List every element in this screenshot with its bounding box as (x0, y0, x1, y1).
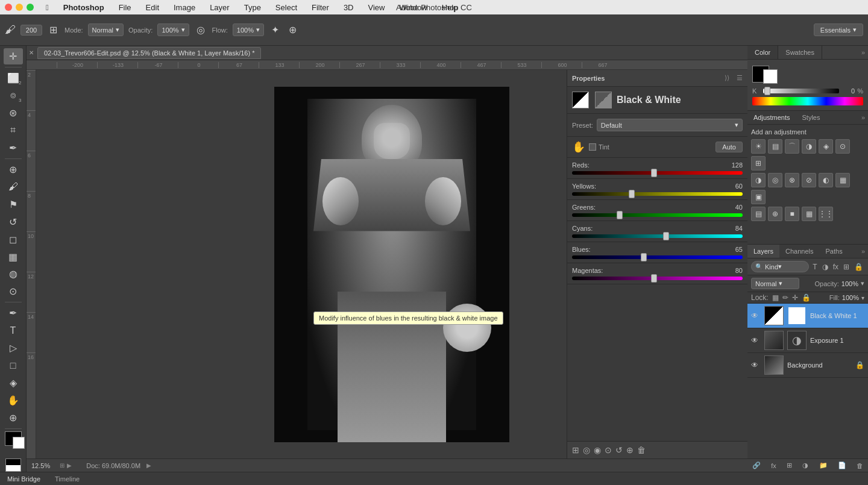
menu-layer[interactable]: Layer (207, 3, 232, 12)
layers-panel-expand-icon[interactable]: » (858, 245, 868, 258)
stamp-tool[interactable]: ⚑ (4, 196, 23, 213)
filter-adj-icon[interactable]: ◑ (821, 261, 829, 272)
channel-slider-1[interactable] (572, 192, 743, 196)
adj-panel-expand-icon[interactable]: » (858, 111, 868, 124)
crop-tool[interactable]: ⌗ (4, 122, 23, 139)
menu-edit[interactable]: Edit (143, 3, 162, 12)
clip-icon[interactable]: ⊞ (572, 445, 579, 455)
link-layers-icon[interactable]: 🔗 (752, 462, 761, 469)
channel-mixer-icon[interactable]: ⊗ (785, 173, 799, 187)
filter-type-icon[interactable]: T (811, 261, 818, 272)
menu-view[interactable]: View (366, 3, 388, 12)
layer-item-background[interactable]: 👁 Background 🔒 (747, 353, 868, 378)
airbrush-button[interactable]: ◎ (194, 22, 207, 38)
visibility-icon[interactable]: ◉ (594, 445, 601, 455)
hand-icon[interactable]: ✋ (572, 140, 585, 154)
text-tool[interactable]: T (4, 322, 23, 339)
reset-icon[interactable]: ↺ (615, 445, 623, 455)
menu-3d[interactable]: 3D (341, 3, 356, 12)
channel-slider-5[interactable] (572, 277, 743, 280)
menu-filter[interactable]: Filter (309, 3, 332, 12)
menu-image[interactable]: Image (171, 3, 198, 12)
apple-menu[interactable]:  (43, 3, 51, 12)
layer-vis-icon-bw1[interactable]: 👁 (751, 311, 761, 320)
layer-style-icon[interactable]: fx (771, 462, 776, 469)
maximize-button[interactable] (27, 4, 34, 11)
channel-slider-3[interactable] (572, 234, 743, 238)
channel-thumb-5[interactable] (651, 274, 657, 283)
tab-styles[interactable]: Styles (796, 111, 826, 124)
path-select-tool[interactable]: ▷ (4, 340, 23, 356)
hand-tool[interactable]: ✋ (4, 392, 23, 408)
zoom-tool[interactable]: ⊕ (4, 410, 23, 426)
tint-checkbox[interactable] (589, 143, 596, 151)
add-mask-icon[interactable]: ⊞ (787, 462, 792, 469)
prev-frame-icon[interactable]: ⊞ (60, 462, 64, 469)
levels-icon[interactable]: ▤ (768, 139, 782, 154)
eye-icon[interactable]: ◎ (583, 445, 590, 455)
preset-dropdown[interactable]: Default ▾ (597, 119, 743, 131)
tab-timeline[interactable]: Timeline (52, 474, 82, 484)
menu-select[interactable]: Select (273, 3, 300, 12)
channel-thumb-2[interactable] (617, 211, 623, 219)
exposure-icon[interactable]: ◑ (802, 139, 816, 154)
menu-file[interactable]: File (116, 3, 134, 12)
foreground-color[interactable] (5, 431, 22, 446)
channel-thumb-1[interactable] (629, 190, 635, 198)
play-icon[interactable]: ▶ (67, 462, 72, 469)
3d-tool[interactable]: ◈ (4, 375, 23, 391)
blur-tool[interactable]: ◍ (4, 266, 23, 283)
quick-mask-mode[interactable] (5, 458, 21, 472)
properties-menu-icon[interactable]: ☰ (737, 74, 743, 82)
shape-tool[interactable]: □ (4, 357, 23, 374)
blend-mode-dropdown[interactable]: Normal ▾ (751, 278, 799, 289)
bw-icon[interactable]: ◑ (751, 173, 766, 187)
tab-color[interactable]: Color (747, 46, 778, 59)
lasso-tool[interactable]: ⌾ 3 (4, 87, 23, 104)
vibrance-icon[interactable]: ◈ (819, 139, 833, 154)
channel-thumb-4[interactable] (641, 253, 647, 261)
tab-adjustments[interactable]: Adjustments (747, 111, 796, 124)
gradient-tool[interactable]: ▦ (4, 249, 23, 265)
opacity-dropdown[interactable]: 100% ▾ (157, 23, 189, 36)
layer-vis-icon-exposure1[interactable]: 👁 (751, 336, 761, 345)
channel-slider-2[interactable] (572, 213, 743, 217)
tab-channels[interactable]: Channels (779, 245, 819, 258)
color-lookup-icon[interactable]: ⊘ (802, 173, 816, 187)
brush-size-box[interactable]: 200 (20, 25, 42, 36)
tab-paths[interactable]: Paths (820, 245, 849, 258)
tab-swatches[interactable]: Swatches (778, 46, 822, 59)
essentials-dropdown[interactable]: Essentials ▾ (814, 23, 863, 36)
view-icon[interactable]: ⊕ (626, 445, 634, 455)
layers-search[interactable]: 🔍 Kind ▾ (751, 261, 809, 272)
mac-window-controls[interactable] (5, 4, 34, 11)
lock-transparent-icon[interactable]: ▦ (772, 293, 779, 302)
hsl-icon[interactable]: ⊙ (835, 139, 850, 154)
group-layers-icon[interactable]: 📁 (819, 462, 828, 469)
tablet-button[interactable]: ⊕ (286, 22, 299, 38)
background-color[interactable] (13, 437, 25, 449)
filter-effect-icon[interactable]: fx (832, 261, 840, 272)
color-panel-expand-icon[interactable]: » (858, 46, 868, 59)
layer-vis-icon-bg[interactable]: 👁 (751, 361, 761, 369)
background-color-swatch[interactable] (763, 69, 778, 84)
menu-photoshop[interactable]: Photoshop (61, 3, 107, 12)
brush-tool[interactable]: 🖌 (4, 179, 23, 195)
lock-move-icon[interactable]: ✛ (792, 293, 798, 302)
filter-smart-icon[interactable]: ⊞ (842, 261, 851, 272)
channel-thumb-0[interactable] (651, 169, 657, 177)
delete-layer-icon[interactable]: 🗑 (857, 462, 863, 469)
posterize-icon[interactable]: ▦ (835, 173, 850, 187)
mode-dropdown[interactable]: Normal ▾ (88, 23, 124, 36)
move-tool[interactable]: ✛ (4, 48, 23, 64)
minimize-button[interactable] (16, 4, 23, 11)
channel-slider-4[interactable] (572, 255, 743, 259)
lock-all-icon[interactable]: 🔒 (802, 293, 811, 302)
dodge-tool[interactable]: ⊙ (4, 283, 23, 299)
menu-type[interactable]: Type (242, 3, 263, 12)
eyedropper-tool[interactable]: ✒ (4, 140, 23, 156)
photo-filter-icon[interactable]: ◎ (768, 173, 782, 187)
filter-lock-icon[interactable]: 🔒 (853, 261, 864, 272)
tab-layers[interactable]: Layers (747, 245, 779, 258)
mask-eye-icon[interactable]: ⊙ (605, 445, 612, 455)
